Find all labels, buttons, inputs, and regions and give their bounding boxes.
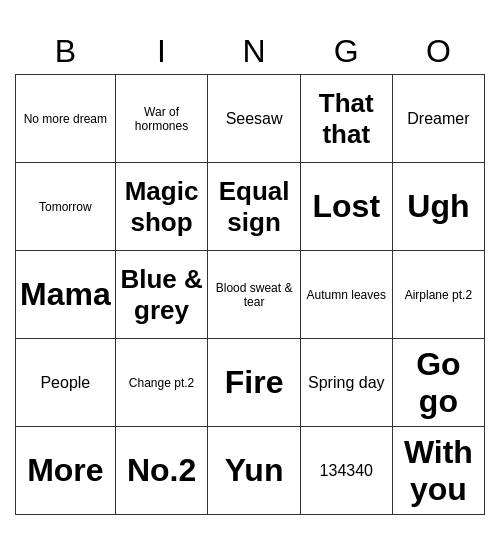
bingo-table: BINGO No more dreamWar of hormonesSeesaw…: [15, 29, 485, 515]
bingo-cell: Ugh: [392, 163, 484, 251]
header-cell: B: [16, 29, 116, 75]
header-cell: O: [392, 29, 484, 75]
bingo-cell: People: [16, 339, 116, 427]
bingo-cell: Change pt.2: [115, 339, 208, 427]
bingo-cell: Blood sweat & tear: [208, 251, 300, 339]
bingo-cell: Lost: [300, 163, 392, 251]
table-row: PeopleChange pt.2FireSpring dayGo go: [16, 339, 485, 427]
bingo-cell: Airplane pt.2: [392, 251, 484, 339]
bingo-cell: Blue & grey: [115, 251, 208, 339]
bingo-cell: Go go: [392, 339, 484, 427]
bingo-cell: No more dream: [16, 75, 116, 163]
header-cell: I: [115, 29, 208, 75]
table-row: MamaBlue & greyBlood sweat & tearAutumn …: [16, 251, 485, 339]
table-row: No more dreamWar of hormonesSeesawThat t…: [16, 75, 485, 163]
bingo-cell: Seesaw: [208, 75, 300, 163]
header-row: BINGO: [16, 29, 485, 75]
table-row: TomorrowMagic shopEqual signLostUgh: [16, 163, 485, 251]
bingo-cell: War of hormones: [115, 75, 208, 163]
table-row: MoreNo.2Yun134340With you: [16, 427, 485, 515]
bingo-cell: Tomorrow: [16, 163, 116, 251]
bingo-cell: Fire: [208, 339, 300, 427]
bingo-cell: Autumn leaves: [300, 251, 392, 339]
bingo-cell: No.2: [115, 427, 208, 515]
bingo-cell: Mama: [16, 251, 116, 339]
bingo-cell: Dreamer: [392, 75, 484, 163]
bingo-cell: 134340: [300, 427, 392, 515]
bingo-cell: Spring day: [300, 339, 392, 427]
header-cell: G: [300, 29, 392, 75]
bingo-cell: With you: [392, 427, 484, 515]
bingo-cell: More: [16, 427, 116, 515]
bingo-cell: That that: [300, 75, 392, 163]
bingo-cell: Equal sign: [208, 163, 300, 251]
bingo-cell: Yun: [208, 427, 300, 515]
bingo-cell: Magic shop: [115, 163, 208, 251]
header-cell: N: [208, 29, 300, 75]
